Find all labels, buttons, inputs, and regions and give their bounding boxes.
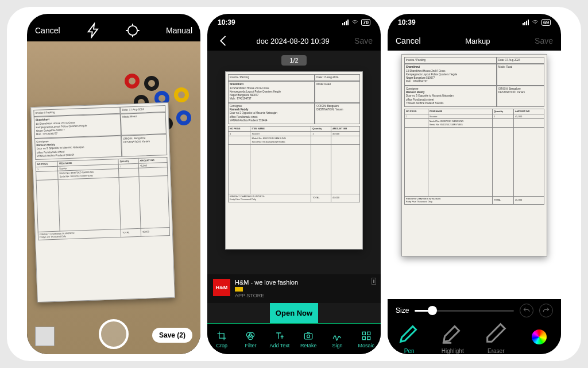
ad-logo: H&M	[213, 279, 230, 296]
ad-rating	[235, 287, 243, 292]
tool-crop[interactable]: Crop	[207, 324, 236, 354]
scanned-page[interactable]: Invoice / PackingDate: 17-Aug-2024 Shamb…	[225, 71, 363, 250]
svg-rect-4	[304, 333, 312, 339]
editor-toolbar: Crop Filter Add Text Retake Sign Mosaic	[207, 323, 381, 354]
cancel-button[interactable]: Cancel	[396, 36, 421, 45]
svg-rect-7	[367, 332, 370, 335]
battery-indicator: 70	[361, 19, 370, 26]
markup-toolbar: Pen Highlight Eraser	[388, 320, 561, 354]
cancel-button[interactable]: Cancel	[35, 26, 60, 35]
svg-rect-9	[367, 336, 370, 339]
page-indicator: 1/2	[281, 55, 306, 66]
object-ring	[125, 74, 140, 89]
status-bar: 10:39 69	[388, 14, 561, 31]
tool-add-text[interactable]: Add Text	[265, 324, 294, 354]
undo-button[interactable]	[520, 304, 533, 317]
tool-pen[interactable]: Pen	[388, 320, 431, 354]
ad-store: APP STORE	[235, 293, 298, 298]
doc-title: doc 2024-08-20 10:39	[231, 37, 354, 45]
svg-rect-6	[362, 332, 365, 335]
camera-viewport: Invoice / PackingDate: 17-Aug-2024 Shamb…	[27, 41, 200, 354]
size-label: Size	[396, 306, 409, 315]
status-time: 10:39	[398, 18, 416, 26]
manual-button[interactable]: Manual	[166, 26, 192, 35]
object-ring	[174, 87, 189, 102]
color-wheel-icon	[532, 329, 547, 344]
tool-sign[interactable]: Sign	[323, 324, 351, 354]
svg-point-0	[128, 26, 137, 35]
scanned-page[interactable]: Invoice / PackingDate: 17-Aug-2024 Shamb…	[401, 54, 547, 256]
save-button[interactable]: Save	[354, 36, 373, 45]
save-button[interactable]: Save	[535, 36, 553, 45]
svg-rect-8	[362, 336, 365, 339]
save-button[interactable]: Save (2)	[152, 328, 192, 343]
object-ring	[144, 76, 159, 91]
document-in-view: Invoice / PackingDate: 17-Aug-2024 Shamb…	[30, 102, 175, 302]
shutter-button[interactable]	[99, 319, 129, 349]
svg-point-5	[307, 335, 310, 338]
page-title: Markup	[421, 37, 535, 45]
auto-icon[interactable]	[125, 22, 141, 39]
phone-camera: Cancel Manual Invoice / Packi	[27, 14, 200, 354]
last-capture-thumbnail[interactable]	[35, 327, 55, 346]
wifi-icon	[531, 19, 539, 26]
redo-button[interactable]	[539, 304, 553, 317]
status-time: 10:39	[218, 18, 235, 26]
tool-mosaic[interactable]: Mosaic	[352, 324, 381, 354]
size-slider[interactable]	[415, 310, 514, 312]
tool-highlight[interactable]: Highlight	[431, 320, 475, 354]
ad-title: H&M - we love fashion	[235, 279, 298, 286]
ad-info-icon[interactable]: i	[372, 278, 376, 285]
flash-icon[interactable]	[86, 22, 102, 39]
signal-icon	[523, 20, 529, 25]
tool-retake[interactable]: Retake	[294, 324, 323, 354]
object-ring	[176, 110, 191, 125]
signal-icon	[342, 20, 349, 25]
phone-markup: 10:39 69 Cancel Markup Save Invoice / Pa…	[388, 14, 561, 354]
ad-open-button[interactable]: Open Now	[270, 303, 318, 323]
color-picker[interactable]	[518, 320, 562, 354]
battery-indicator: 69	[541, 19, 551, 26]
markup-canvas[interactable]: Invoice / PackingDate: 17-Aug-2024 Shamb…	[388, 51, 561, 299]
ad-banner[interactable]: H&M H&M - we love fashion APP STORE i	[207, 274, 381, 303]
phone-editor: 10:39 70 doc 2024-08-20 10:39 Save 1/2 I…	[207, 14, 381, 354]
tool-eraser[interactable]: Eraser	[474, 320, 518, 354]
tool-filter[interactable]: Filter	[236, 324, 265, 354]
back-icon[interactable]	[215, 33, 231, 49]
wifi-icon	[351, 19, 359, 26]
status-bar: 10:39 70	[207, 14, 381, 31]
